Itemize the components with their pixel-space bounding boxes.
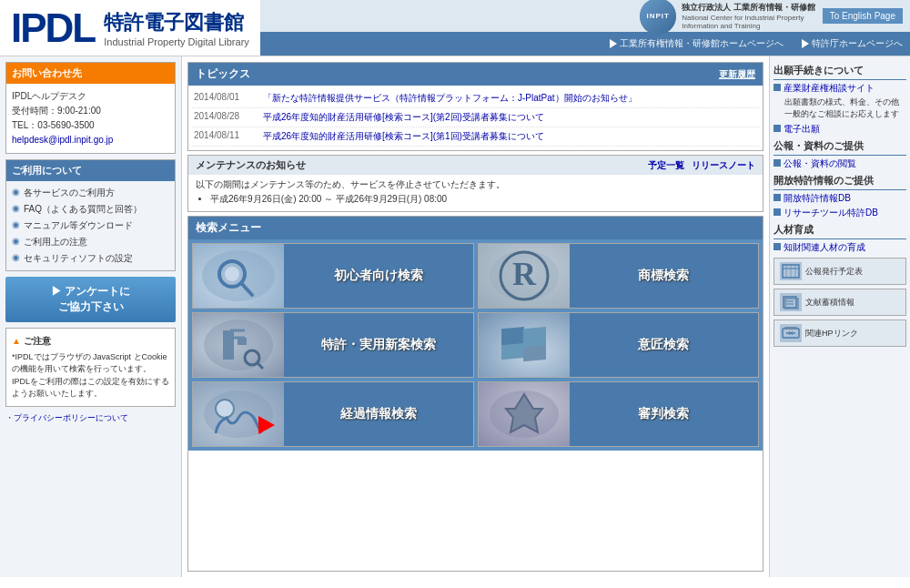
blue-square-icon-1 bbox=[774, 84, 781, 91]
design-search-label: 意匠検索 bbox=[570, 313, 759, 377]
contact-desk: IPDLヘルプデスク bbox=[12, 89, 169, 104]
trademark-search-label: 商標検索 bbox=[570, 244, 759, 308]
right-link-4-label: 開放特許情報DB bbox=[784, 192, 851, 205]
trademark-search-image: R bbox=[479, 243, 570, 309]
btn-related-links[interactable]: 関連HPリンク bbox=[774, 319, 906, 347]
topics-header: トピックス 更新履歴 bbox=[188, 63, 763, 86]
bullet-icon-0: ◉ bbox=[12, 187, 20, 197]
right-link-5-label: リサーチツール特許DB bbox=[784, 207, 878, 219]
topics-title: トピックス bbox=[196, 66, 250, 82]
design-search-image bbox=[479, 312, 570, 378]
right-section-title-3: 開放特許情報のご提供 bbox=[774, 174, 906, 190]
usage-nav-item-3[interactable]: ◉ご利用上の注意 bbox=[6, 234, 175, 250]
topic-text-1[interactable]: 平成26年度知的財産活用研修[検索コース](第2回)受講者募集について bbox=[263, 111, 757, 124]
jpo-homepage-link[interactable]: 特許庁ホームページへ bbox=[802, 37, 903, 50]
blue-square-icon-6 bbox=[774, 243, 781, 250]
usage-nav-item-0[interactable]: ◉各サービスのご利用方 bbox=[6, 185, 175, 201]
survey-box[interactable]: ▶ アンケートに ご協力下さい bbox=[5, 277, 176, 322]
topics-header-links: 更新履歴 bbox=[719, 68, 755, 81]
topics-section: トピックス 更新履歴 2014/08/01 「新たな特許情報提供サービス（特許情… bbox=[187, 62, 763, 151]
caution-title: ▲ ご注意 bbox=[12, 334, 169, 348]
usage-nav-item-2[interactable]: ◉マニュアル等ダウンロード bbox=[6, 218, 175, 234]
right-link-2[interactable]: 電子出願 bbox=[774, 123, 906, 136]
maintenance-content: 以下の期間はメンテナンス等のため、サービスを停止させていただきます。 平成26年… bbox=[188, 175, 763, 211]
warn-icon: ▲ bbox=[12, 334, 21, 348]
topic-row-1: 2014/08/28 平成26年度知的財産活用研修[検索コース](第2回)受講者… bbox=[192, 108, 759, 127]
patent-search-image bbox=[193, 312, 284, 378]
btn-koho-schedule[interactable]: 公報発行予定表 bbox=[774, 258, 906, 285]
usage-nav-item-1[interactable]: ◉FAQ（よくある質問と回答） bbox=[6, 201, 175, 218]
ipdl-logo: IPDL bbox=[11, 5, 95, 51]
survey-text2: ご協力下さい bbox=[13, 299, 168, 315]
search-cell-patent[interactable]: 特許・実用新案検索 bbox=[192, 312, 474, 378]
caution-title-text: ご注意 bbox=[24, 334, 51, 348]
maintenance-section: メンテナンスのお知らせ 予定一覧 リリースノート 以下の期間はメンテナンス等のた… bbox=[187, 155, 763, 212]
bullet-icon-2: ◉ bbox=[12, 219, 20, 229]
center-panel: トピックス 更新履歴 2014/08/01 「新たな特許情報提供サービス（特許情… bbox=[182, 56, 769, 577]
right-link-5[interactable]: リサーチツール特許DB bbox=[774, 207, 906, 219]
right-section-title-2: 公報・資料のご提供 bbox=[774, 139, 906, 156]
search-grid: 初心者向け検索 R 商標検索 bbox=[188, 239, 763, 451]
search-menu-section: 検索メニュー 初心者向け検索 bbox=[187, 216, 763, 572]
svg-line-13 bbox=[258, 363, 263, 369]
beginner-search-label: 初心者向け検索 bbox=[284, 244, 473, 308]
contact-email[interactable]: helpdesk@ipdl.inpit.go.jp bbox=[12, 133, 169, 147]
survey-text: ▶ アンケートに bbox=[13, 284, 168, 299]
search-cell-trial[interactable]: 審判検索 bbox=[478, 381, 760, 447]
process-search-label: 経過情報検索 bbox=[284, 382, 473, 446]
right-section-title-1: 出願手続きについて bbox=[774, 64, 906, 80]
logo-text: 特許電子図書館 Industrial Property Digital Libr… bbox=[104, 9, 249, 47]
topic-text-2[interactable]: 平成26年度知的財産活用研修[検索コース](第1回)受講者募集について bbox=[263, 130, 757, 143]
btn-koho-label: 公報発行予定表 bbox=[805, 266, 863, 278]
svg-rect-16 bbox=[501, 343, 524, 360]
search-menu-header: 検索メニュー bbox=[188, 217, 763, 239]
right-link-4[interactable]: 開放特許情報DB bbox=[774, 192, 906, 205]
play-icon-1 bbox=[610, 39, 617, 48]
search-cell-design[interactable]: 意匠検索 bbox=[478, 312, 760, 378]
right-section-title-4: 人材育成 bbox=[774, 223, 906, 239]
maintenance-schedule-item: 平成26年9月26日(金) 20:00 ～ 平成26年9月29日(月) 08:0… bbox=[210, 193, 755, 206]
maintenance-body-text: 以下の期間はメンテナンス等のため、サービスを停止させていただきます。 bbox=[196, 178, 755, 191]
blue-square-icon-3 bbox=[774, 159, 781, 167]
usage-nav-item-4[interactable]: ◉セキュリティソフトの設定 bbox=[6, 250, 175, 267]
search-cell-beginner[interactable]: 初心者向け検索 bbox=[192, 243, 474, 309]
right-link-1-label: 産業財産権相談サイト bbox=[784, 82, 875, 95]
right-link-3[interactable]: 公報・資料の閲覧 bbox=[774, 157, 906, 170]
inpit-text-block: 独立行政法人 工業所有情報・研修館 National Center for In… bbox=[682, 2, 815, 30]
btn-bunkyo[interactable]: 文献蓄積情報 bbox=[774, 289, 906, 316]
privacy-policy-link[interactable]: ・プライバシーポリシーについて bbox=[5, 412, 176, 424]
contact-content: IPDLヘルプデスク 受付時間：9:00-21:00 TEL：03-5690-3… bbox=[6, 84, 175, 153]
contact-hours: 受付時間：9:00-21:00 bbox=[12, 104, 169, 118]
trial-search-image bbox=[479, 381, 570, 447]
maintenance-header: メンテナンスのお知らせ 予定一覧 リリースノート bbox=[188, 156, 763, 175]
blue-square-icon-5 bbox=[774, 208, 781, 216]
play-icon-2 bbox=[802, 39, 809, 48]
page-header: IPDL 特許電子図書館 Industrial Property Digital… bbox=[0, 0, 910, 56]
inpit-logo: INPIT bbox=[640, 0, 676, 35]
search-cell-process[interactable]: 経過情報検索 bbox=[192, 381, 474, 447]
schedule-link[interactable]: 予定一覧 bbox=[648, 159, 684, 172]
inpit-name-jp: 独立行政法人 工業所有情報・研修館 bbox=[682, 2, 815, 14]
svg-text:R: R bbox=[512, 256, 537, 292]
update-history-link[interactable]: 更新履歴 bbox=[719, 68, 755, 81]
bullet-icon-4: ◉ bbox=[12, 252, 20, 262]
svg-point-3 bbox=[225, 267, 239, 281]
svg-rect-17 bbox=[523, 345, 546, 361]
english-page-button[interactable]: To English Page bbox=[823, 8, 903, 24]
caution-body: *IPDLではブラウザの JavaScript とCookieの機能を用いて検索… bbox=[12, 351, 169, 400]
release-note-link[interactable]: リリースノート bbox=[692, 159, 755, 172]
topic-text-0[interactable]: 「新たな特許情報提供サービス（特許情報プラットフォーム：J-PlatPat）開始… bbox=[263, 92, 757, 105]
inpit-name-en2: Information and Training bbox=[682, 22, 815, 30]
header-right: INPIT 独立行政法人 工業所有情報・研修館 National Center … bbox=[260, 0, 910, 56]
process-search-image bbox=[193, 381, 284, 447]
bunkyo-icon bbox=[780, 293, 802, 311]
search-cell-trademark[interactable]: R 商標検索 bbox=[478, 243, 760, 309]
maintenance-schedule-list: 平成26年9月26日(金) 20:00 ～ 平成26年9月29日(月) 08:0… bbox=[210, 193, 755, 206]
right-link-6[interactable]: 知財関連人材の育成 bbox=[774, 241, 906, 254]
inpit-homepage-link[interactable]: 工業所有権情報・研修館ホームページへ bbox=[610, 37, 784, 50]
inpit-link-label: 工業所有権情報・研修館ホームページへ bbox=[620, 37, 784, 50]
right-link-1[interactable]: 産業財産権相談サイト bbox=[774, 82, 906, 95]
topic-date-0: 2014/08/01 bbox=[194, 92, 258, 105]
topic-date-2: 2014/08/11 bbox=[194, 130, 258, 143]
blue-square-icon-4 bbox=[774, 194, 781, 201]
